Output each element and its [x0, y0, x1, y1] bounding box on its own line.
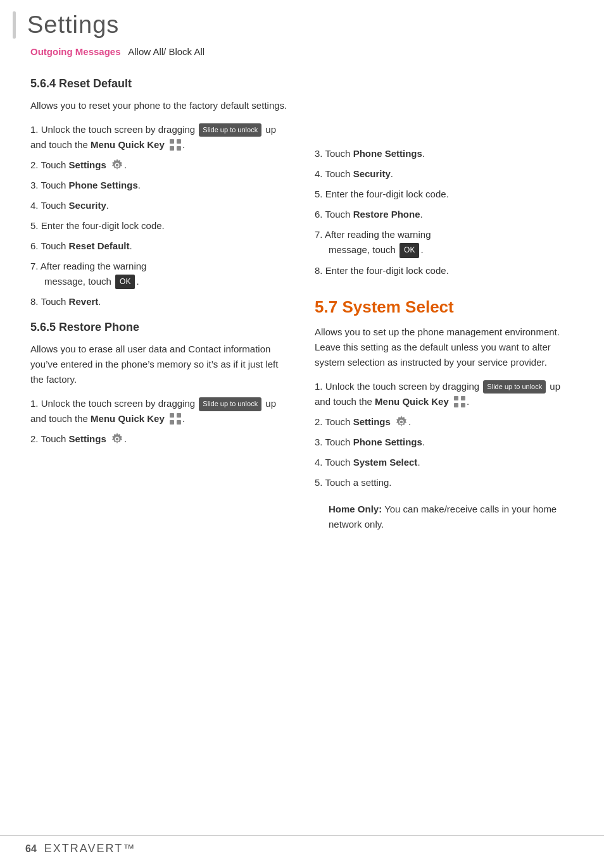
- slide-unlock-btn-2: Slide up to unlock: [199, 397, 261, 411]
- svg-rect-8: [177, 413, 181, 418]
- footer-brand: Extravert™: [44, 842, 135, 855]
- section-564-steps: 1. Unlock the touch screen by dragging S…: [30, 122, 289, 310]
- footer-page-number: 64: [25, 843, 37, 855]
- section-564-heading: 5.6.4 Reset Default: [30, 77, 289, 90]
- step-565-r7: 7. After reading the warning message, to…: [315, 227, 579, 258]
- section-565: 5.6.5 Restore Phone Allows you to erase …: [30, 321, 289, 447]
- section-565-heading: 5.6.5 Restore Phone: [30, 321, 289, 334]
- section-57-steps: 1. Unlock the touch screen by dragging S…: [315, 379, 579, 490]
- svg-point-6: [116, 163, 118, 166]
- svg-rect-15: [461, 396, 465, 400]
- step-57-3: 3. Touch Phone Settings.: [315, 435, 579, 450]
- outgoing-messages-section: Outgoing Messages Allow All/ Block All: [30, 45, 289, 59]
- svg-point-20: [400, 420, 403, 423]
- main-content: Outgoing Messages Allow All/ Block All 5…: [0, 45, 604, 538]
- svg-rect-10: [177, 420, 181, 425]
- step-565-r3: 3. Touch Phone Settings.: [315, 146, 579, 161]
- step-565-r6: 6. Touch Restore Phone.: [315, 207, 579, 222]
- slide-unlock-btn-3: Slide up to unlock: [483, 380, 546, 394]
- step-564-3: 3. Touch Phone Settings.: [30, 178, 289, 193]
- step-564-2: 2. Touch Settings .: [30, 158, 289, 173]
- section-57-desc: Allows you to set up the phone managemen…: [315, 325, 579, 370]
- svg-rect-2: [170, 146, 174, 151]
- home-only-block: Home Only: You can make/receive calls in…: [329, 502, 579, 532]
- menu-quick-key-icon-1: [168, 138, 182, 152]
- svg-rect-17: [461, 403, 465, 407]
- svg-rect-14: [454, 396, 458, 400]
- section-565-steps: 1. Unlock the touch screen by dragging S…: [30, 396, 289, 447]
- ok-button-1: OK: [115, 275, 135, 289]
- step-57-1: 1. Unlock the touch screen by dragging S…: [315, 379, 579, 409]
- ok-button-2: OK: [400, 243, 419, 257]
- section-564-desc: Allows you to reset your phone to the fa…: [30, 98, 289, 113]
- step-564-7: 7. After reading the warning message, to…: [30, 259, 289, 290]
- svg-point-13: [116, 438, 118, 440]
- header-bar: [13, 11, 16, 39]
- settings-icon-2: [110, 432, 124, 446]
- slide-unlock-btn-1: Slide up to unlock: [199, 123, 261, 137]
- page: Settings Outgoing Messages Allow All/ Bl…: [0, 0, 604, 868]
- step-565-r5: 5. Enter the four-digit lock code.: [315, 187, 579, 202]
- step-564-5: 5. Enter the four-digit lock code.: [30, 218, 289, 233]
- page-title: Settings: [27, 11, 119, 39]
- step-57-5: 5. Touch a setting.: [315, 475, 579, 490]
- home-only-label: Home Only:: [329, 504, 382, 514]
- section-57: 5.7 System Select Allows you to set up t…: [315, 297, 579, 532]
- step-565-1: 1. Unlock the touch screen by dragging S…: [30, 396, 289, 426]
- outgoing-text: Allow All/ Block All: [128, 46, 204, 57]
- page-header: Settings: [0, 0, 604, 45]
- svg-rect-7: [170, 413, 174, 418]
- menu-quick-key-icon-3: [453, 395, 467, 409]
- footer: 64 Extravert™: [0, 835, 604, 862]
- svg-rect-16: [454, 403, 458, 407]
- step-564-6: 6. Touch Reset Default.: [30, 239, 289, 254]
- svg-rect-3: [177, 146, 181, 151]
- step-565-r4: 4. Touch Security.: [315, 166, 579, 182]
- section-564: 5.6.4 Reset Default Allows you to reset …: [30, 77, 289, 310]
- settings-icon-3: [394, 415, 408, 429]
- outgoing-label: Outgoing Messages: [30, 46, 121, 57]
- step-564-8: 8. Touch Revert.: [30, 294, 289, 309]
- svg-rect-0: [170, 139, 174, 144]
- settings-icon-1: [110, 158, 124, 172]
- step-565-r8: 8. Enter the four-digit lock code.: [315, 263, 579, 278]
- section-565-right-steps: 3. Touch Phone Settings. 4. Touch Securi…: [315, 146, 579, 278]
- section-57-heading: 5.7 System Select: [315, 297, 579, 317]
- menu-quick-key-icon-2: [168, 412, 182, 426]
- step-57-2: 2. Touch Settings .: [315, 414, 579, 430]
- step-564-1: 1. Unlock the touch screen by dragging S…: [30, 122, 289, 152]
- step-565-2: 2. Touch Settings .: [30, 431, 289, 447]
- left-column: Outgoing Messages Allow All/ Block All 5…: [13, 45, 302, 538]
- svg-rect-9: [170, 420, 174, 425]
- section-565-desc: Allows you to erase all user data and Co…: [30, 342, 289, 387]
- right-column: 3. Touch Phone Settings. 4. Touch Securi…: [302, 45, 591, 538]
- step-564-4: 4. Touch Security.: [30, 198, 289, 213]
- svg-rect-1: [177, 139, 181, 144]
- step-57-4: 4. Touch System Select.: [315, 455, 579, 470]
